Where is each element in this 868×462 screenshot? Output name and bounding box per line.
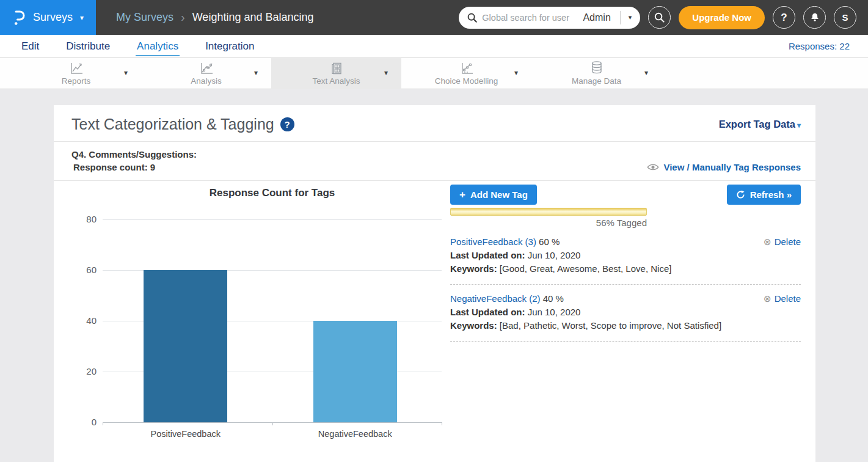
- breadcrumb-current-survey: Weighting and Balancing: [192, 11, 314, 24]
- global-search-input[interactable]: [482, 13, 578, 23]
- question-label: Q4. Comments/Suggestions:: [71, 148, 197, 161]
- delete-tag-button[interactable]: ⊗ Delete: [764, 292, 801, 306]
- chevron-down-icon: ▾: [80, 13, 84, 22]
- breadcrumb-separator-icon: ›: [181, 10, 185, 24]
- bar-PositiveFeedback[interactable]: [144, 270, 227, 422]
- tab-label: Analysis: [191, 76, 221, 86]
- tag-row: NegativeFeedback (2) 40 % ⊗ Delete Last …: [450, 285, 801, 342]
- avatar[interactable]: S: [834, 6, 856, 29]
- brand-product-label: Surveys: [33, 11, 73, 24]
- eye-icon: [647, 163, 659, 171]
- plus-icon: +: [459, 189, 465, 200]
- choice-chart-icon: [459, 62, 474, 75]
- tab-reports[interactable]: Reports ▾: [11, 58, 141, 89]
- tagged-percent-label: 56% Tagged: [450, 218, 647, 228]
- nav-item-integration[interactable]: Integration: [204, 36, 255, 56]
- help-icon[interactable]: ?: [280, 117, 294, 131]
- tag-row: PositiveFeedback (3) 60 % ⊗ Delete Last …: [450, 228, 801, 285]
- notifications-button[interactable]: [803, 6, 826, 29]
- tag-percent: 40 %: [543, 293, 564, 304]
- text-categorization-card: Text Categorization & Tagging ? Export T…: [54, 105, 815, 462]
- tab-analysis[interactable]: Analysis ▾: [141, 58, 271, 89]
- header-actions: Admin ▾ Upgrade Now ? S: [459, 6, 868, 29]
- tag-name-link[interactable]: NegativeFeedback (2): [450, 293, 541, 304]
- chevron-down-icon[interactable]: ▾: [254, 68, 258, 77]
- add-new-tag-button[interactable]: + Add New Tag: [450, 185, 537, 205]
- bar-NegativeFeedback[interactable]: [313, 321, 397, 422]
- y-axis-tick: 20: [70, 366, 97, 376]
- keywords-value: [Bad, Pathetic, Worst, Scope to improve,…: [500, 320, 721, 331]
- delete-tag-button[interactable]: ⊗ Delete: [764, 235, 801, 249]
- export-tag-data-button[interactable]: Export Tag Data▾: [719, 119, 801, 130]
- chevron-down-icon[interactable]: ▾: [644, 68, 648, 77]
- keywords-label: Keywords:: [450, 263, 497, 274]
- tag-percent: 60 %: [539, 237, 560, 247]
- page-body: Text Categorization & Tagging ? Export T…: [0, 105, 868, 462]
- tab-choice-modelling[interactable]: Choice Modelling ▾: [401, 58, 531, 89]
- circled-x-icon: ⊗: [764, 235, 771, 249]
- database-icon: [589, 62, 604, 75]
- chevron-down-icon: ▾: [797, 121, 801, 130]
- search-button[interactable]: [648, 6, 671, 29]
- response-count-label: Response count: 9: [71, 161, 197, 174]
- avatar-initial: S: [842, 12, 848, 23]
- y-axis-tick: 40: [70, 315, 97, 326]
- nav-item-edit[interactable]: Edit: [20, 36, 40, 56]
- keywords-label: Keywords:: [450, 320, 497, 331]
- refresh-button[interactable]: Refresh »: [727, 185, 801, 205]
- chevron-down-icon[interactable]: ▾: [514, 68, 518, 77]
- tab-label: Reports: [62, 76, 90, 86]
- search-scope-label: Admin: [583, 12, 610, 23]
- tab-label: Text Analysis: [312, 76, 360, 86]
- analytics-tabstrip: Reports ▾ Analysis ▾ Text Analys: [0, 58, 868, 89]
- last-updated-value: Jun 10, 2020: [528, 250, 581, 260]
- product-switcher[interactable]: Surveys ▾: [0, 0, 96, 35]
- tab-label: Choice Modelling: [435, 76, 498, 86]
- nav-item-analytics[interactable]: Analytics: [136, 36, 180, 56]
- scatter-chart-icon: [199, 62, 214, 75]
- chevron-down-icon[interactable]: ▾: [384, 68, 388, 77]
- last-updated-label: Last Updated on:: [450, 307, 525, 317]
- document-grid-icon: [330, 62, 343, 75]
- search-scope-divider: [620, 11, 621, 24]
- question-mark-icon: ?: [781, 12, 787, 24]
- last-updated-value: Jun 10, 2020: [528, 307, 581, 317]
- view-manually-tag-link[interactable]: View / Manually Tag Responses: [647, 162, 801, 174]
- search-icon: [467, 12, 478, 23]
- tagged-progress-bar: [450, 208, 647, 216]
- keywords-value: [Good, Great, Awesome, Best, Love, Nice]: [500, 263, 672, 274]
- search-scope-caret-icon[interactable]: ▾: [627, 13, 633, 21]
- y-axis-tick: 60: [70, 265, 97, 275]
- questionpro-logo-icon: [12, 9, 26, 26]
- top-header: Surveys ▾ My Surveys › Weighting and Bal…: [0, 0, 868, 35]
- global-search-box[interactable]: Admin ▾: [459, 7, 640, 29]
- breadcrumb: My Surveys › Weighting and Balancing: [116, 10, 314, 24]
- line-chart-icon: [69, 62, 84, 75]
- y-axis-tick: 0: [70, 417, 97, 427]
- upgrade-now-button[interactable]: Upgrade Now: [679, 6, 765, 29]
- card-content: Response Count for Tags 020406080Positiv…: [54, 181, 815, 453]
- responses-count: Responses: 22: [789, 41, 850, 51]
- chevron-down-icon[interactable]: ▾: [124, 68, 128, 77]
- tab-manage-data[interactable]: Manage Data ▾: [531, 58, 662, 89]
- chart-title: Response Count for Tags: [103, 187, 442, 199]
- last-updated-label: Last Updated on:: [450, 250, 525, 260]
- tag-panel: + Add New Tag Refresh » 56: [450, 185, 801, 342]
- tab-text-analysis[interactable]: Text Analysis ▾: [271, 58, 401, 89]
- nav-item-distribute[interactable]: Distribute: [65, 36, 111, 56]
- x-axis-category-label: NegativeFeedback: [288, 429, 422, 439]
- section-nav: Edit Distribute Analytics Integration Re…: [0, 35, 868, 58]
- card-header: Text Categorization & Tagging ? Export T…: [54, 105, 815, 142]
- x-axis-category-label: PositiveFeedback: [119, 429, 253, 439]
- page-title: Text Categorization & Tagging: [71, 116, 274, 133]
- tag-name-link[interactable]: PositiveFeedback (3): [450, 237, 536, 247]
- response-count-chart: Response Count for Tags 020406080Positiv…: [67, 186, 450, 449]
- y-axis-tick: 80: [70, 214, 97, 224]
- refresh-icon: [736, 190, 745, 199]
- question-bar: Q4. Comments/Suggestions: Response count…: [54, 142, 815, 181]
- bell-icon: [809, 12, 820, 23]
- circled-x-icon: ⊗: [764, 292, 771, 306]
- tab-label: Manage Data: [572, 76, 621, 86]
- help-button[interactable]: ?: [773, 6, 795, 29]
- breadcrumb-my-surveys[interactable]: My Surveys: [116, 11, 173, 24]
